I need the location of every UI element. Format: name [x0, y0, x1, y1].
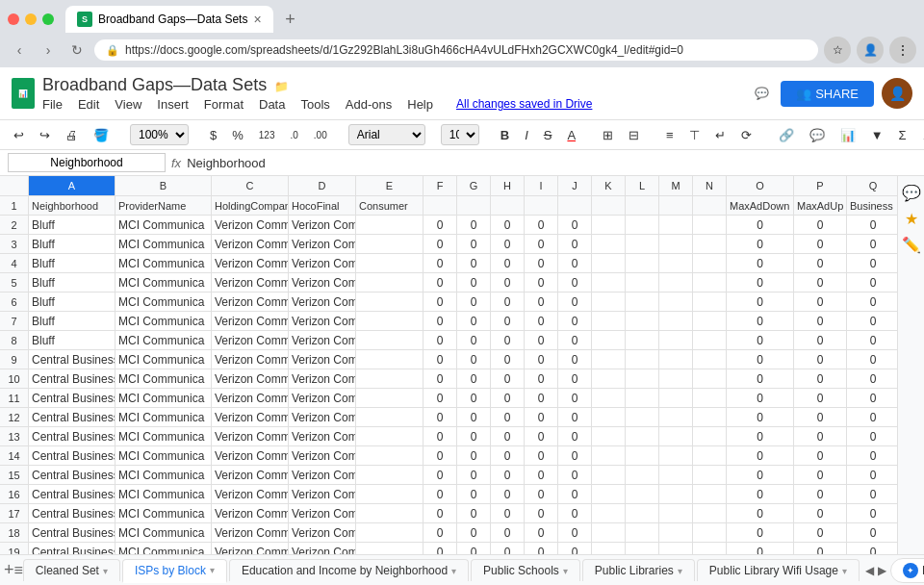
spreadsheet-cell[interactable]: Verizon Commur — [212, 216, 289, 234]
align-button[interactable]: ≡ — [660, 125, 680, 145]
spreadsheet-cell[interactable]: 0 — [847, 273, 897, 292]
spreadsheet-cell[interactable]: 0 — [424, 369, 457, 388]
spreadsheet-cell[interactable]: 0 — [558, 292, 592, 311]
spreadsheet-cell[interactable] — [626, 523, 659, 542]
spreadsheet-cell[interactable]: 0 — [457, 485, 491, 503]
spreadsheet-cell[interactable]: 0 — [491, 254, 525, 272]
spreadsheet-cell[interactable]: Verizon Commur — [212, 389, 289, 407]
document-title[interactable]: Broadband Gaps—Data Sets — [42, 75, 267, 95]
spreadsheet-cell[interactable]: 0 — [424, 485, 457, 503]
tab-wifi-usage[interactable]: Public Library Wifi Usage ▾ — [697, 559, 860, 581]
spreadsheet-cell[interactable]: 0 — [424, 446, 457, 465]
spreadsheet-cell[interactable]: MCI Communica — [116, 331, 212, 349]
spreadsheet-cell[interactable] — [626, 331, 659, 349]
spreadsheet-cell[interactable]: Neighborhood — [29, 196, 116, 215]
spreadsheet-cell[interactable]: HoldingCompany — [212, 196, 289, 215]
spreadsheet-cell[interactable]: 0 — [847, 331, 897, 349]
paint-format-button[interactable]: 🪣 — [88, 125, 115, 145]
spreadsheet-cell[interactable]: Central Business — [29, 523, 116, 542]
spreadsheet-cell[interactable] — [659, 504, 693, 522]
spreadsheet-cell[interactable]: 0 — [491, 350, 525, 369]
tab-isps-by-block[interactable]: ISPs by Block ▾ — [122, 559, 227, 583]
spreadsheet-cell[interactable] — [592, 312, 626, 330]
spreadsheet-cell[interactable]: 0 — [847, 408, 897, 426]
spreadsheet-cell[interactable] — [592, 504, 626, 522]
spreadsheet-cell[interactable]: 0 — [558, 254, 592, 272]
spreadsheet-cell[interactable]: Central Business — [29, 466, 116, 484]
spreadsheet-cell[interactable]: 0 — [424, 389, 457, 407]
spreadsheet-cell[interactable]: 0 — [794, 389, 847, 407]
spreadsheet-cell[interactable]: Verizon Commur — [212, 408, 289, 426]
spreadsheet-cell[interactable]: Central Business — [29, 504, 116, 522]
spreadsheet-cell[interactable] — [659, 292, 693, 311]
spreadsheet-cell[interactable] — [693, 446, 727, 465]
spreadsheet-cell[interactable] — [356, 408, 424, 426]
cell-reference-input[interactable] — [8, 153, 166, 172]
spreadsheet-cell[interactable]: Verizon Commur — [212, 292, 289, 311]
spreadsheet-cell[interactable]: 0 — [727, 292, 794, 311]
spreadsheet-cell[interactable]: 0 — [558, 408, 592, 426]
spreadsheet-cell[interactable]: Bluff — [29, 292, 116, 311]
italic-button[interactable]: I — [519, 125, 534, 145]
spreadsheet-cell[interactable]: MCI Communica — [116, 427, 212, 445]
spreadsheet-cell[interactable]: Central Business — [29, 389, 116, 407]
currency-button[interactable]: $ — [204, 125, 222, 145]
spreadsheet-cell[interactable] — [626, 446, 659, 465]
spreadsheet-cell[interactable]: 0 — [794, 216, 847, 234]
spreadsheet-cell[interactable] — [659, 485, 693, 503]
spreadsheet-cell[interactable]: 0 — [525, 427, 558, 445]
spreadsheet-cell[interactable]: 0 — [558, 235, 592, 253]
col-header-L[interactable]: L — [626, 176, 659, 195]
spreadsheet-cell[interactable]: 0 — [847, 523, 897, 542]
spreadsheet-cell[interactable] — [693, 427, 727, 445]
spreadsheet-cell[interactable]: 0 — [847, 369, 897, 388]
spreadsheet-cell[interactable] — [626, 389, 659, 407]
spreadsheet-cell[interactable]: 0 — [847, 350, 897, 369]
spreadsheet-cell[interactable]: 0 — [491, 369, 525, 388]
spreadsheet-cell[interactable] — [659, 427, 693, 445]
spreadsheet-cell[interactable]: Bluff — [29, 312, 116, 330]
tab-cleaned-set[interactable]: Cleaned Set ▾ — [23, 559, 120, 581]
spreadsheet-cell[interactable]: 0 — [727, 350, 794, 369]
expand-toolbar-button[interactable]: ∧ — [916, 125, 924, 145]
spreadsheet-cell[interactable] — [626, 350, 659, 369]
font-select[interactable]: Arial — [348, 124, 425, 145]
spreadsheet-cell[interactable]: MCI Communica — [116, 273, 212, 292]
spreadsheet-cell[interactable]: 0 — [558, 369, 592, 388]
spreadsheet-cell[interactable] — [693, 196, 727, 215]
spreadsheet-cell[interactable]: 0 — [847, 427, 897, 445]
spreadsheet-cell[interactable]: 0 — [491, 466, 525, 484]
spreadsheet-cell[interactable]: 0 — [558, 312, 592, 330]
spreadsheet-cell[interactable] — [592, 369, 626, 388]
spreadsheet-cell[interactable]: 0 — [424, 254, 457, 272]
spreadsheet-cell[interactable]: 0 — [847, 254, 897, 272]
spreadsheet-cell[interactable] — [356, 350, 424, 369]
spreadsheet-cell[interactable]: 0 — [457, 466, 491, 484]
spreadsheet-cell[interactable]: 0 — [525, 350, 558, 369]
chat-icon[interactable]: 💬 — [750, 82, 773, 105]
spreadsheet-cell[interactable]: 0 — [525, 485, 558, 503]
menu-file[interactable]: File — [42, 97, 63, 112]
wrap-button[interactable]: ↵ — [709, 125, 732, 145]
spreadsheet-cell[interactable]: 0 — [491, 331, 525, 349]
spreadsheet-cell[interactable]: 0 — [457, 446, 491, 465]
link-button[interactable]: 🔗 — [773, 125, 800, 145]
spreadsheet-cell[interactable] — [356, 292, 424, 311]
spreadsheet-cell[interactable]: Verizon Commur — [289, 446, 356, 465]
spreadsheet-cell[interactable] — [693, 523, 727, 542]
tab-public-schools[interactable]: Public Schools ▾ — [471, 559, 580, 581]
spreadsheet-cell[interactable]: 0 — [727, 485, 794, 503]
spreadsheet-cell[interactable]: 0 — [491, 389, 525, 407]
spreadsheet-cell[interactable] — [626, 427, 659, 445]
spreadsheet-cell[interactable]: 0 — [457, 312, 491, 330]
spreadsheet-cell[interactable] — [356, 466, 424, 484]
spreadsheet-cell[interactable]: Verizon Commur — [289, 523, 356, 542]
spreadsheet-cell[interactable] — [626, 504, 659, 522]
spreadsheet-cell[interactable]: 0 — [727, 523, 794, 542]
spreadsheet-cell[interactable]: 0 — [525, 389, 558, 407]
spreadsheet-cell[interactable]: 0 — [727, 504, 794, 522]
spreadsheet-cell[interactable] — [693, 273, 727, 292]
filter-button[interactable]: ▼ — [865, 125, 889, 145]
spreadsheet-cell[interactable] — [626, 292, 659, 311]
redo-button[interactable]: ↪ — [34, 125, 56, 145]
